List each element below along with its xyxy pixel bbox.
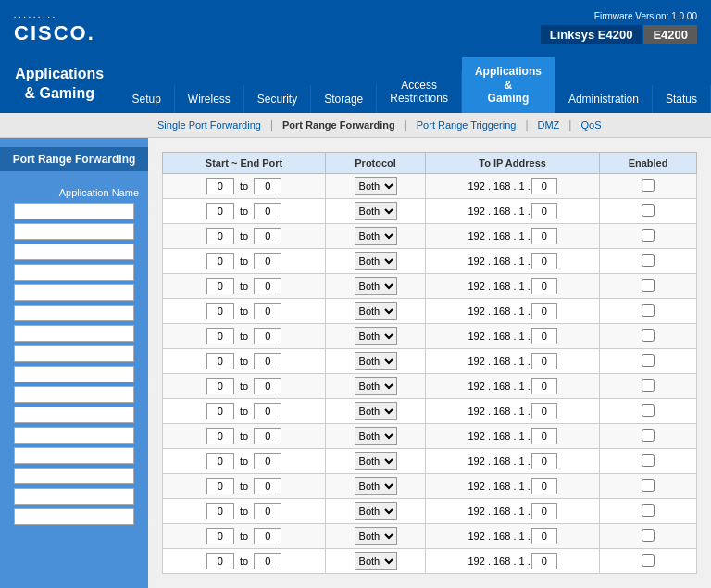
- protocol-select[interactable]: Both TCP UDP: [355, 302, 397, 320]
- enabled-checkbox[interactable]: [642, 329, 655, 342]
- end-port-input[interactable]: [254, 203, 281, 219]
- enabled-checkbox[interactable]: [642, 354, 655, 367]
- app-name-input-14[interactable]: [14, 468, 134, 484]
- ip-last-octet-input[interactable]: [531, 228, 557, 244]
- nav-status[interactable]: Status: [653, 85, 711, 113]
- end-port-input[interactable]: [254, 253, 281, 269]
- end-port-input[interactable]: [254, 303, 281, 319]
- nav-administration[interactable]: Administration: [555, 85, 653, 113]
- end-port-input[interactable]: [254, 328, 281, 344]
- start-port-input[interactable]: [206, 553, 234, 569]
- protocol-select[interactable]: Both TCP UDP: [355, 277, 397, 295]
- app-name-input-15[interactable]: [14, 488, 134, 505]
- app-name-input-6[interactable]: [14, 305, 134, 321]
- end-port-input[interactable]: [254, 528, 281, 544]
- enabled-checkbox[interactable]: [642, 529, 655, 542]
- start-port-input[interactable]: [206, 453, 234, 469]
- ip-last-octet-input[interactable]: [531, 403, 557, 419]
- protocol-select[interactable]: Both TCP UDP: [355, 227, 397, 245]
- protocol-select[interactable]: Both TCP UDP: [355, 502, 397, 520]
- subnav-port-range-triggering[interactable]: Port Range Triggering: [407, 118, 526, 132]
- enabled-checkbox[interactable]: [642, 554, 655, 567]
- ip-last-octet-input[interactable]: [531, 428, 557, 444]
- app-name-input-2[interactable]: [14, 223, 134, 240]
- enabled-checkbox[interactable]: [642, 504, 655, 517]
- app-name-input-4[interactable]: [14, 264, 134, 281]
- nav-security[interactable]: Security: [244, 85, 311, 113]
- ip-last-octet-input[interactable]: [531, 203, 557, 219]
- start-port-input[interactable]: [206, 503, 234, 519]
- end-port-input[interactable]: [254, 403, 281, 419]
- protocol-select[interactable]: Both TCP UDP: [355, 477, 397, 495]
- nav-applications-gaming[interactable]: Applications &Gaming: [462, 57, 555, 112]
- protocol-select[interactable]: Both TCP UDP: [355, 202, 397, 220]
- start-port-input[interactable]: [206, 478, 234, 494]
- app-name-input-9[interactable]: [14, 366, 134, 382]
- nav-access-restrictions[interactable]: AccessRestrictions: [377, 71, 462, 113]
- protocol-select[interactable]: Both TCP UDP: [355, 527, 397, 545]
- subnav-dmz[interactable]: DMZ: [529, 118, 569, 132]
- ip-last-octet-input[interactable]: [531, 328, 557, 344]
- start-port-input[interactable]: [206, 328, 234, 344]
- app-name-input-8[interactable]: [14, 345, 134, 362]
- ip-last-octet-input[interactable]: [531, 178, 557, 194]
- end-port-input[interactable]: [254, 453, 281, 469]
- app-name-input-16[interactable]: [14, 508, 134, 525]
- end-port-input[interactable]: [254, 278, 281, 294]
- protocol-select[interactable]: Both TCP UDP: [355, 452, 397, 470]
- subnav-single-port[interactable]: Single Port Forwarding: [148, 118, 270, 132]
- subnav-qos[interactable]: QoS: [571, 118, 610, 132]
- start-port-input[interactable]: [206, 528, 234, 544]
- app-name-input-10[interactable]: [14, 386, 134, 403]
- app-name-input-12[interactable]: [14, 427, 134, 444]
- ip-last-octet-input[interactable]: [531, 278, 557, 294]
- ip-last-octet-input[interactable]: [531, 453, 557, 469]
- app-name-input-13[interactable]: [14, 447, 134, 464]
- ip-last-octet-input[interactable]: [531, 553, 557, 569]
- protocol-select[interactable]: Both TCP UDP: [355, 402, 397, 420]
- end-port-input[interactable]: [254, 178, 281, 194]
- enabled-checkbox[interactable]: [642, 304, 655, 317]
- start-port-input[interactable]: [206, 278, 234, 294]
- nav-wireless[interactable]: Wireless: [175, 85, 244, 113]
- ip-last-octet-input[interactable]: [531, 353, 557, 369]
- end-port-input[interactable]: [254, 428, 281, 444]
- protocol-select[interactable]: Both TCP UDP: [355, 377, 397, 395]
- end-port-input[interactable]: [254, 553, 281, 569]
- start-port-input[interactable]: [206, 378, 234, 394]
- enabled-checkbox[interactable]: [642, 479, 655, 492]
- app-name-input-5[interactable]: [14, 284, 134, 301]
- enabled-checkbox[interactable]: [642, 454, 655, 467]
- end-port-input[interactable]: [254, 228, 281, 244]
- end-port-input[interactable]: [254, 353, 281, 369]
- ip-last-octet-input[interactable]: [531, 478, 557, 494]
- end-port-input[interactable]: [254, 378, 281, 394]
- end-port-input[interactable]: [254, 478, 281, 494]
- start-port-input[interactable]: [206, 353, 234, 369]
- protocol-select[interactable]: Both TCP UDP: [355, 327, 397, 345]
- enabled-checkbox[interactable]: [642, 404, 655, 417]
- start-port-input[interactable]: [206, 203, 234, 219]
- start-port-input[interactable]: [206, 303, 234, 319]
- protocol-select[interactable]: Both TCP UDP: [355, 352, 397, 370]
- start-port-input[interactable]: [206, 428, 234, 444]
- enabled-checkbox[interactable]: [642, 429, 655, 442]
- ip-last-octet-input[interactable]: [531, 303, 557, 319]
- start-port-input[interactable]: [206, 253, 234, 269]
- nav-storage[interactable]: Storage: [311, 85, 377, 113]
- ip-last-octet-input[interactable]: [531, 528, 557, 544]
- enabled-checkbox[interactable]: [642, 204, 655, 217]
- start-port-input[interactable]: [206, 403, 234, 419]
- ip-last-octet-input[interactable]: [531, 503, 557, 519]
- start-port-input[interactable]: [206, 228, 234, 244]
- protocol-select[interactable]: Both TCP UDP: [355, 552, 397, 570]
- protocol-select[interactable]: Both TCP UDP: [355, 252, 397, 270]
- enabled-checkbox[interactable]: [642, 179, 655, 192]
- enabled-checkbox[interactable]: [642, 279, 655, 292]
- ip-last-octet-input[interactable]: [531, 253, 557, 269]
- ip-last-octet-input[interactable]: [531, 378, 557, 394]
- enabled-checkbox[interactable]: [642, 379, 655, 392]
- protocol-select[interactable]: Both TCP UDP: [355, 427, 397, 445]
- start-port-input[interactable]: [206, 178, 234, 194]
- app-name-input-1[interactable]: [14, 203, 134, 219]
